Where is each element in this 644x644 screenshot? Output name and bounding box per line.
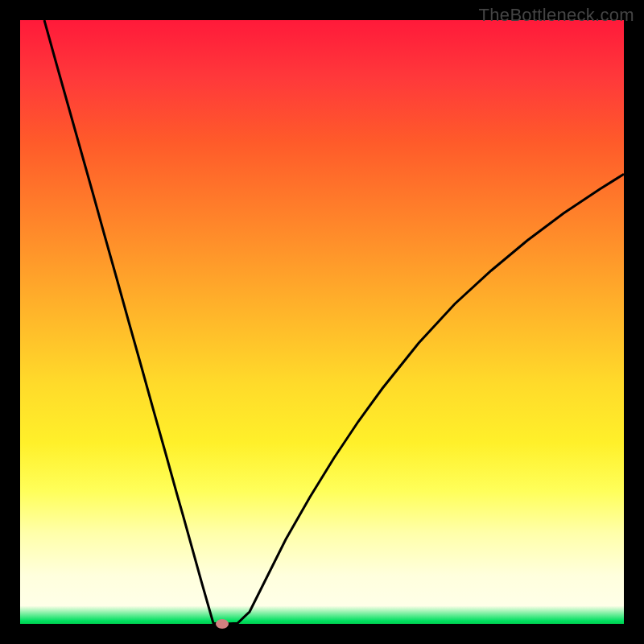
min-point-marker [216,619,229,629]
watermark-text: TheBottleneck.com [479,5,634,26]
chart-svg [20,20,624,624]
bottleneck-curve [44,20,624,624]
chart-container: TheBottleneck.com [0,0,644,644]
